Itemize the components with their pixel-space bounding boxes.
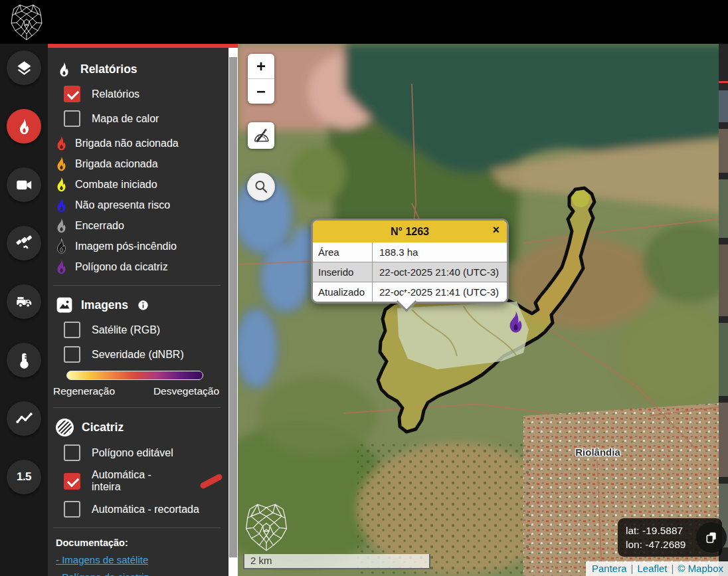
checkbox-unchecked[interactable] (64, 110, 80, 127)
measure-tool-button[interactable] (248, 122, 274, 149)
rail-fire-reports-button[interactable] (7, 109, 41, 144)
fire-icon (56, 61, 72, 78)
checkbox-label: Satélite (RGB) (92, 324, 160, 336)
checkbox-satelite-rgb[interactable]: Satélite (RGB) (64, 322, 223, 338)
checkbox-label: Automática - inteira (92, 469, 183, 493)
red-stroke-icon (199, 473, 223, 490)
sidebar-accent-strip (48, 44, 238, 48)
pantera-logo-icon (9, 3, 44, 41)
legend-item: Polígono da cicatriz (53, 258, 223, 275)
checkbox-label: Severidade (dNBR) (92, 349, 184, 361)
sidebar-scrollbar-thumb[interactable] (229, 57, 237, 557)
fire-icon (15, 118, 33, 136)
pantera-watermark-icon (244, 502, 288, 551)
flame-icon (53, 258, 70, 275)
layers-sidebar: Relatórios Relatórios Mapa de calor Brig… (48, 44, 238, 576)
popup-title: N° 1263 (391, 226, 429, 238)
scale-label: 1.5 (17, 470, 31, 484)
rail-thermometer-button[interactable] (7, 343, 41, 377)
legend-label: Imagem pós-incêndio (75, 240, 177, 252)
flame-icon (53, 135, 70, 151)
line-chart-icon (15, 410, 33, 428)
checkbox-poligono-editavel[interactable]: Polígono editável (64, 444, 223, 461)
rail-scale-1-5-button[interactable]: 1.5 (7, 460, 41, 494)
thermometer-icon (15, 351, 33, 369)
popup-header: N° 1263 × (313, 221, 507, 242)
legend-label: Combate iniciado (75, 179, 157, 191)
scale-right-label: Desvegetação (153, 385, 219, 397)
flame-icon (53, 197, 70, 213)
flame-icon (53, 238, 70, 254)
checkbox-automatica-recortada[interactable]: Automática - recortada (64, 501, 223, 518)
zoom-out-button[interactable]: − (248, 79, 274, 104)
place-label-riolandia: Riolândia (575, 446, 620, 458)
popup-row-inserido: Inserido 22-oct-2025 21:40 (UTC-3) (313, 262, 507, 282)
zoom-control: + − (248, 54, 274, 104)
checkbox-unchecked[interactable] (64, 501, 80, 518)
checkbox-unchecked[interactable] (64, 322, 80, 338)
section-cicatriz-header: Cicatriz (56, 419, 223, 436)
image-icon (56, 296, 73, 314)
divider (53, 407, 221, 408)
map-scale-bar: 2 km (243, 554, 430, 569)
checkbox-unchecked[interactable] (64, 346, 80, 363)
checkbox-relatorios[interactable]: Relatórios (64, 86, 223, 102)
doc-link-imagens-satelite[interactable]: - Imagens de satélite (56, 554, 228, 565)
rail-camera-button[interactable] (7, 167, 41, 202)
doc-link-poligono-cicatriz[interactable]: - Polígono da cicatriz (56, 571, 228, 576)
flame-icon (53, 217, 70, 234)
checkbox-unchecked[interactable] (64, 444, 80, 461)
rail-fire-truck-button[interactable] (7, 284, 41, 319)
fire-truck-icon (15, 293, 33, 311)
popup-row-value: 22-oct-2025 21:41 (UTC-3) (373, 282, 505, 302)
zoom-in-button[interactable]: + (248, 54, 274, 78)
attribution-link-mapbox[interactable]: © Mapbox (678, 563, 723, 574)
section-title: Cicatriz (82, 421, 124, 434)
divider (53, 528, 221, 528)
rail-chart-button[interactable] (7, 401, 41, 436)
legend-item: Imagem pós-incêndio (53, 238, 223, 254)
rail-layers-button[interactable] (7, 50, 41, 85)
checkbox-automatica-inteira[interactable]: Automática - inteira (64, 469, 223, 493)
attribution-link-leaflet[interactable]: Leaflet (637, 563, 667, 574)
popup-row-area: Área 188.3 ha (313, 242, 507, 262)
cursor-coordinates-box: lat: -19.5887 lon: -47.2689 (618, 518, 722, 557)
rail-satellite-button[interactable] (7, 226, 41, 260)
map-search-button[interactable] (247, 173, 275, 201)
checkbox-severidade-dnbr[interactable]: Severidade (dNBR) (64, 346, 223, 363)
section-imagens-header: Imagens (56, 296, 223, 314)
dnbr-scale-labels: Regeneração Desvegetação (53, 385, 219, 397)
sidebar-scrollbar[interactable] (228, 44, 238, 576)
popup-row-value: 188.3 ha (373, 242, 424, 262)
checkbox-label: Relatórios (92, 88, 139, 100)
divider (53, 285, 221, 286)
layers-icon (15, 59, 33, 77)
legend-item: Não apresenta risco (53, 197, 223, 213)
checkbox-mapa-de-calor[interactable]: Mapa de calor (64, 110, 223, 127)
right-panel-sliver (719, 44, 728, 576)
documentation-title: Documentação: (56, 537, 228, 548)
section-title: Relatórios (80, 62, 137, 76)
checkbox-checked[interactable] (64, 473, 80, 490)
protractor-icon (252, 126, 270, 145)
legend-label: Polígono da cicatriz (75, 261, 168, 273)
copy-coordinates-button[interactable] (696, 522, 727, 553)
checkbox-label: Mapa de calor (92, 113, 159, 125)
legend-label: Brigada acionada (75, 158, 158, 170)
scale-left-label: Regeneração (53, 385, 115, 397)
attribution-link-pantera[interactable]: Pantera (592, 563, 627, 574)
popup-close-button[interactable]: × (492, 223, 500, 237)
info-icon[interactable] (137, 300, 149, 311)
video-camera-icon (15, 176, 33, 194)
map-canvas[interactable]: + − (238, 44, 728, 576)
legend-item: Brigada acionada (53, 155, 223, 172)
dnbr-color-scale (66, 371, 203, 380)
fire-report-popup: N° 1263 × Área 188.3 ha Inserido 22-oct-… (311, 219, 509, 304)
checkbox-checked[interactable] (64, 86, 80, 102)
section-relatorios-header: Relatórios (56, 61, 223, 78)
scar-marker-flame-icon[interactable] (503, 310, 528, 334)
copy-icon (705, 531, 718, 544)
legend-item: Encerrado (53, 217, 223, 234)
satellite-icon (15, 235, 33, 252)
section-title: Imagens (81, 298, 128, 312)
